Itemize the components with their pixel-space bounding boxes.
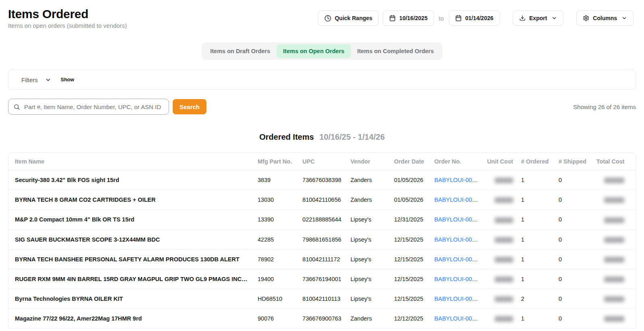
order-number-link[interactable]: BABYLOUI-0028 — [434, 236, 479, 243]
order-number-link[interactable]: BABYLOUI-0028 — [434, 256, 479, 263]
cell-upc: 736676038398 — [298, 170, 346, 190]
clock-icon — [324, 15, 331, 22]
unit-cost-redacted-value — [495, 296, 513, 302]
cell-upc: 810042111172 — [298, 249, 346, 269]
cell-num-shipped: 0 — [555, 210, 592, 230]
chevron-down-icon — [551, 15, 557, 21]
col-header-upc: UPC — [298, 153, 346, 170]
cell-item-name: M&P 2.0 Compact 10mm 4" Blk OR TS 15rd — [8, 210, 254, 230]
table-row: BYRNA TECH 8 GRAM CO2 CARTRIDGES + OILER… — [8, 190, 636, 210]
date-from-value: 10/16/2025 — [399, 15, 427, 21]
cell-upc: 736676900763 — [298, 309, 346, 329]
gear-icon — [583, 15, 589, 21]
table-body: Security-380 3.42" Blk FOS sight 15rd 38… — [8, 170, 636, 329]
unit-cost-redacted-value — [495, 217, 513, 223]
col-header-num-shipped: # Shipped — [555, 153, 592, 170]
cell-total-cost — [592, 210, 636, 230]
filters-show-toggle[interactable]: Show — [61, 77, 74, 83]
order-number-link[interactable]: BABYLOUI-0028 — [434, 296, 479, 302]
calendar-icon — [455, 15, 462, 21]
unit-cost-redacted-value — [495, 257, 513, 263]
cell-order-date: 12/12/2025 — [390, 309, 430, 329]
cell-vendor: Zanders — [347, 190, 390, 210]
quick-ranges-label: Quick Ranges — [335, 15, 372, 21]
cell-item-name: Magazine 77/22 96/22, Amer22Mag 17HMR 9r… — [8, 309, 254, 329]
chevron-down-icon[interactable] — [45, 77, 51, 83]
date-to-picker[interactable]: 01/14/2026 — [449, 10, 500, 26]
cell-num-shipped: 0 — [555, 190, 592, 210]
tab-items-on-open-orders[interactable]: Items on Open Orders — [277, 44, 351, 58]
columns-label: Columns — [593, 15, 617, 21]
cell-order-date: 12/31/2025 — [390, 210, 430, 230]
date-to-value: 01/14/2026 — [465, 15, 493, 21]
order-number-link[interactable]: BABYLOUI-0028 — [434, 276, 479, 282]
cell-num-shipped: 0 — [555, 289, 592, 309]
chevron-down-icon — [621, 15, 627, 21]
cell-mfg-part-no: 90076 — [254, 309, 298, 329]
cell-num-shipped: 0 — [555, 170, 592, 190]
table-row: BYRNA TECH BANSHEE PERSONAL SAFETY ALARM… — [8, 249, 636, 269]
cell-unit-cost — [482, 309, 517, 329]
table-row: M&P 2.0 Compact 10mm 4" Blk OR TS 15rd 1… — [8, 210, 636, 230]
unit-cost-redacted-value — [495, 316, 513, 322]
cell-unit-cost — [482, 230, 517, 249]
download-icon — [519, 15, 526, 21]
total-cost-redacted-value — [604, 197, 624, 203]
unit-cost-redacted-value — [495, 178, 513, 183]
tab-items-on-completed-orders[interactable]: Items on Completed Orders — [351, 44, 440, 58]
table-title: Ordered Items 10/16/25 - 1/14/26 — [0, 132, 644, 142]
tabs-container: Items on Draft Orders Items on Open Orde… — [0, 42, 644, 60]
search-button[interactable]: Search — [173, 99, 206, 114]
table-row: Byrna Technologies BYRNA OILER KIT HD685… — [8, 289, 636, 309]
cell-total-cost — [592, 230, 636, 249]
cell-order-no: BABYLOUI-0028 — [430, 230, 482, 249]
tab-items-on-draft-orders[interactable]: Items on Draft Orders — [204, 44, 277, 58]
cell-order-date: 01/05/2026 — [390, 170, 430, 190]
page-title: Items Ordered — [8, 7, 127, 21]
cell-total-cost — [592, 289, 636, 309]
cell-unit-cost — [482, 289, 517, 309]
cell-item-name: RUGER RXM 9MM 4IN BARREL 15RD GRAY MAGPU… — [8, 269, 254, 289]
date-range-to-label: to — [438, 15, 445, 22]
search-input[interactable] — [24, 103, 164, 110]
cell-order-no: BABYLOUI-0029 — [430, 210, 482, 230]
table-title-text: Ordered Items — [259, 132, 314, 141]
order-number-link[interactable]: BABYLOUI-0030 — [434, 177, 479, 183]
cell-order-no: BABYLOUI-0028 — [430, 269, 482, 289]
date-from-picker[interactable]: 10/16/2025 — [383, 10, 434, 26]
tab-group: Items on Draft Orders Items on Open Orde… — [202, 42, 442, 60]
total-cost-redacted-value — [604, 178, 624, 183]
export-button[interactable]: Export — [513, 10, 564, 26]
search-box[interactable] — [8, 99, 169, 115]
col-header-order-date: Order Date — [390, 153, 430, 170]
toolbar: Quick Ranges 10/16/2025 to 01/14/2026 Ex… — [318, 10, 634, 26]
total-cost-redacted-value — [604, 257, 624, 263]
col-header-unit-cost: Unit Cost — [482, 153, 517, 170]
cell-mfg-part-no: HD68510 — [254, 289, 298, 309]
filters-bar[interactable]: Filters Show — [8, 70, 636, 90]
cell-unit-cost — [482, 210, 517, 230]
cell-num-ordered: 1 — [517, 309, 555, 329]
table-row: SIG SAUER BUCKMASTER SCOPE 3-12X44MM BDC… — [8, 230, 636, 249]
cell-vendor: Zanders — [347, 309, 390, 329]
quick-ranges-button[interactable]: Quick Ranges — [318, 10, 379, 26]
cell-vendor: Lipsey's — [347, 249, 390, 269]
cell-order-date: 12/15/2025 — [390, 230, 430, 249]
cell-upc: 736676194001 — [298, 269, 346, 289]
columns-button[interactable]: Columns — [576, 10, 634, 26]
cell-mfg-part-no: 13390 — [254, 210, 298, 230]
results-count: Showing 26 of 26 items — [573, 103, 636, 110]
total-cost-redacted-value — [604, 316, 624, 322]
order-number-link[interactable]: BABYLOUI-0030 — [434, 197, 479, 203]
cell-item-name: BYRNA TECH 8 GRAM CO2 CARTRIDGES + OILER — [8, 190, 254, 210]
ordered-items-table: Item Name Mfg Part No. UPC Vendor Order … — [8, 152, 636, 329]
order-number-link[interactable]: BABYLOUI-0025 — [434, 315, 479, 322]
cell-vendor: Lipsey's — [347, 210, 390, 230]
cell-vendor: Lipsey's — [347, 289, 390, 309]
cell-unit-cost — [482, 170, 517, 190]
order-number-link[interactable]: BABYLOUI-0029 — [434, 216, 479, 223]
col-header-vendor: Vendor — [347, 153, 390, 170]
cell-num-ordered: 1 — [517, 230, 555, 249]
cell-total-cost — [592, 249, 636, 269]
cell-total-cost — [592, 269, 636, 289]
